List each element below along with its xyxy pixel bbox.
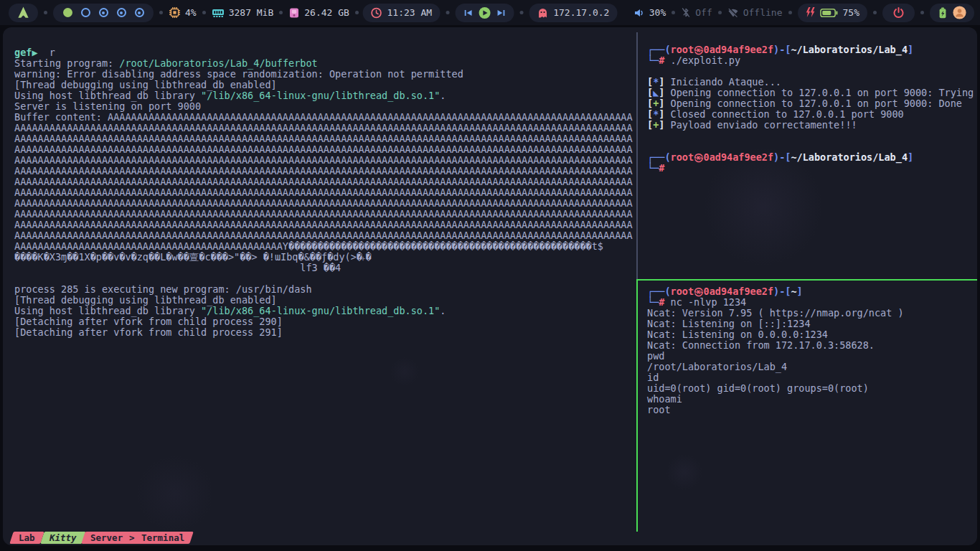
terminal-line: [Detaching after vfork from child proces… [14, 316, 631, 327]
terminal-line [647, 141, 977, 152]
target-ip-value: 172.17.0.2 [553, 7, 609, 18]
network-status: Offline [743, 7, 783, 18]
terminal-pane-gdb[interactable]: gef▶ rStarting program: /root/Laboratori… [3, 27, 636, 532]
previous-track-button[interactable] [463, 8, 473, 18]
terminal-line [14, 273, 631, 284]
terminal-line: ┌──(root㉿0ad94af9ee2f)-[~] [647, 286, 977, 297]
tab-server-terminal-group[interactable]: Server > Terminal [81, 532, 193, 544]
terminal-line: /root/Laboratorios/Lab_4 [647, 362, 977, 372]
terminal-line: ┌──(root㉿0ad94af9ee2f)-[~/Laboratorios/L… [647, 152, 977, 163]
tab-label-terminal[interactable]: Terminal [141, 532, 184, 543]
terminal-line: AAAAAAAAAAAAAAAAAAAAAAAAAAAAAAAAAAAAAAAA… [14, 155, 631, 166]
system-tray [930, 4, 974, 22]
terminal-line [647, 66, 977, 77]
disk-value: 26.42 GB [304, 7, 349, 18]
ram-widget[interactable]: 3287 MiB [212, 7, 274, 18]
target-ip-widget[interactable]: 172.17.0.2 [529, 4, 617, 22]
workspaces[interactable] [53, 4, 154, 22]
workspace-5[interactable] [135, 8, 144, 17]
battery-charging-tray-icon[interactable] [938, 7, 948, 19]
separator-dot [355, 11, 359, 14]
terminal-line: AAAAAAAAAAAAAAAAAAAAAAAAAAAAAAAAAAAAAAAA… [14, 176, 631, 187]
clock-widget[interactable]: 11:23 AM [363, 4, 440, 22]
bluetooth-off-icon [681, 7, 691, 18]
next-track-button[interactable] [496, 8, 506, 18]
terminal-line [647, 131, 977, 141]
terminal-line: Starting program: /root/Laboratorios/Lab… [14, 58, 631, 69]
terminal-line: whoami [647, 394, 977, 405]
separator-dot [788, 11, 792, 14]
terminal-line: AAAAAAAAAAAAAAAAAAAAAAAAAAAAAAAAAAAAAAAA… [14, 220, 631, 230]
user-avatar-icon[interactable] [953, 6, 966, 19]
tab-label: Kitty [50, 532, 77, 543]
terminal-line: [◣] Opening connection to 127.0.0.1 on p… [647, 88, 977, 98]
wifi-off-icon [727, 7, 739, 19]
volume-widget[interactable]: 30% [633, 7, 666, 19]
status-bar: 4% 3287 MiB 26.42 GB 50% [0, 0, 980, 25]
power-icon [892, 6, 905, 19]
separator-dot [873, 11, 877, 14]
terminal-line: ┌──(root㉿0ad94af9ee2f)-[~/Laboratorios/L… [647, 44, 977, 55]
workspace-3[interactable] [99, 8, 108, 17]
terminal-pane-netcat[interactable]: ┌──(root㉿0ad94af9ee2f)-[~]└─# nc -nlvp 1… [638, 281, 977, 532]
media-controls [455, 4, 514, 22]
kitty-terminal-window: gef▶ rStarting program: /root/Laboratori… [3, 27, 977, 545]
terminal-pane-exploit[interactable]: ┌──(root㉿0ad94af9ee2f)-[~/Laboratorios/L… [638, 27, 977, 279]
tab-kitty-active[interactable]: Kitty [40, 532, 85, 544]
arch-logo-icon [17, 6, 30, 19]
tab-lab[interactable]: Lab [9, 532, 44, 544]
terminal-line: lf3 ��4 [14, 263, 631, 273]
terminal-line: Server is listening on port 9000 [14, 101, 631, 112]
terminal-line: [+] Payload enviado correctamente!!! [647, 120, 977, 131]
terminal-line: [Detaching after vfork from child proces… [14, 327, 631, 338]
bluetooth-widget[interactable]: Off [681, 7, 712, 18]
terminal-line: [+] Opening connection to 127.0.0.1 on p… [647, 98, 977, 109]
terminal-line: [*] Closed connection to 127.0.0.1 port … [647, 109, 977, 120]
terminal-line: pwd [647, 351, 977, 362]
bluetooth-status: Off [695, 7, 712, 18]
terminal-line: warning: Error disabling address space r… [14, 69, 631, 80]
terminal-line: AAAAAAAAAAAAAAAAAAAAAAAAAAAAAAAAAAAAAAAA… [14, 187, 631, 198]
separator-dot [519, 11, 523, 14]
ghost-icon [537, 7, 548, 19]
separator-dot [920, 11, 924, 14]
terminal-line: Using host libthread_db library "/lib/x8… [14, 90, 631, 101]
separator-dot [446, 11, 449, 14]
terminal-line: process 285 is executing new program: /u… [14, 284, 631, 295]
clock-icon [371, 7, 382, 19]
launcher-button[interactable] [9, 4, 38, 22]
workspace-2[interactable] [81, 8, 90, 17]
terminal-line: Ncat: Listening on 0.0.0.0:1234 [647, 329, 977, 340]
terminal-line: [Thread debugging using libthread_db ena… [14, 295, 631, 306]
tab-label-server[interactable]: Server [90, 532, 123, 543]
cpu-widget[interactable]: 4% [169, 6, 197, 19]
network-widget[interactable]: Offline [727, 7, 783, 19]
terminal-line: AAAAAAAAAAAAAAAAAAAAAAAAAAAAAAAAAAAAAAAA… [14, 133, 631, 144]
terminal-line: AAAAAAAAAAAAAAAAAAAAAAAAAAAAAAAAAAAAAAAA… [14, 123, 631, 133]
battery-value: 75% [843, 7, 859, 18]
separator-dot [279, 11, 283, 14]
charging-bolt-icon [806, 7, 815, 18]
terminal-line: ����K�X3ɱ��1X�p��v�v�zq��L�w��亶�c���>"��… [14, 252, 631, 263]
ram-value: 3287 MiB [229, 7, 274, 18]
tab-label: Lab [19, 532, 35, 543]
power-button[interactable] [882, 4, 915, 22]
speaker-icon [633, 7, 645, 19]
separator-dot [159, 11, 163, 14]
volume-value: 30% [649, 7, 666, 18]
terminal-line: └─# ./exploit.py [647, 55, 977, 66]
workspace-1-active[interactable] [63, 8, 72, 17]
disk-widget[interactable]: 26.42 GB [288, 7, 349, 19]
workspace-4[interactable] [117, 8, 126, 17]
disk-icon [288, 7, 300, 19]
separator-dot [202, 11, 206, 14]
terminal-line: Ncat: Version 7.95 ( https://nmap.org/nc… [647, 308, 977, 319]
terminal-line: AAAAAAAAAAAAAAAAAAAAAAAAAAAAAAAAAAAAAAAA… [14, 198, 631, 209]
terminal-line: AAAAAAAAAAAAAAAAAAAAAAAAAAAAAAAAAAAAAAAA… [14, 166, 631, 176]
cpu-value: 4% [185, 7, 197, 18]
play-button[interactable] [478, 6, 491, 19]
terminal-line: [Thread debugging using libthread_db ena… [14, 80, 631, 90]
terminal-line: root [647, 405, 977, 415]
battery-widget[interactable]: 75% [798, 4, 867, 22]
kitty-tab-bar: Lab Kitty Server > Terminal [11, 532, 192, 544]
